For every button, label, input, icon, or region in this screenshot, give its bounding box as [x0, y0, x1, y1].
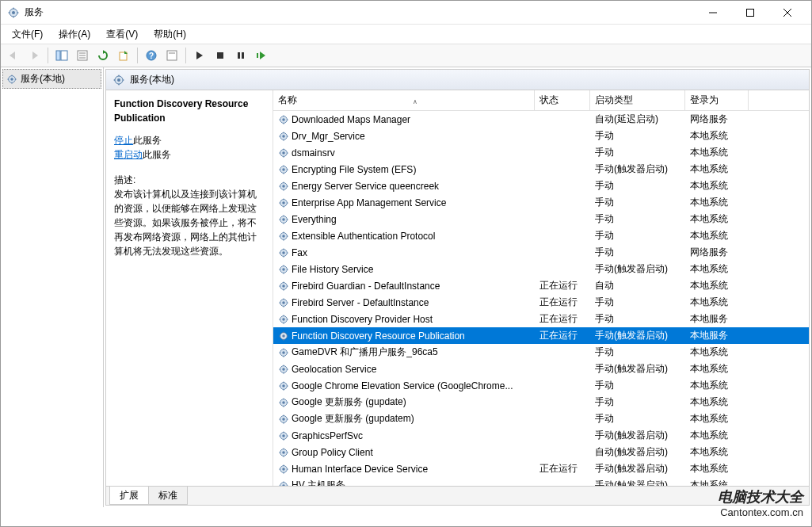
service-status — [535, 451, 590, 454]
service-startup: 手动 — [590, 144, 685, 161]
table-row[interactable]: Extensible Authentication Protocol手动本地系统 — [273, 227, 809, 244]
menu-view[interactable]: 查看(V) — [100, 26, 144, 43]
service-name: Function Discovery Provider Host — [292, 314, 433, 325]
table-row[interactable]: GameDVR 和广播用户服务_96ca5手动本地系统 — [273, 344, 809, 361]
table-row[interactable]: Group Policy Client自动(触发器启动)本地系统 — [273, 444, 809, 460]
service-list[interactable]: Downloaded Maps Manager自动(延迟启动)网络服务Drv_M… — [273, 111, 809, 486]
service-logon: 本地系统 — [685, 161, 749, 178]
service-icon — [278, 397, 289, 408]
service-logon: 本地系统 — [685, 460, 749, 477]
stop-button[interactable] — [211, 46, 230, 65]
service-icon — [278, 281, 289, 292]
toolbar: ? — [1, 44, 811, 67]
table-row[interactable]: Human Interface Device Service正在运行手动(触发器… — [273, 460, 809, 477]
app-icon — [7, 6, 20, 19]
service-logon: 本地系统 — [685, 227, 749, 244]
help-button[interactable]: ? — [142, 46, 161, 65]
restart-link[interactable]: 重启动 — [114, 149, 143, 160]
table-row[interactable]: Energy Server Service queencreek手动本地系统 — [273, 178, 809, 194]
export-button[interactable] — [114, 46, 133, 65]
service-name: Drv_Mgr_Service — [292, 131, 365, 142]
col-name[interactable]: 名称∧ — [273, 90, 535, 110]
tab-extended[interactable]: 扩展 — [109, 487, 149, 505]
service-status — [535, 118, 590, 121]
service-logon: 本地系统 — [685, 144, 749, 161]
service-name: dsmainsrv — [292, 147, 335, 158]
restart-button[interactable] — [252, 46, 271, 65]
table-row[interactable]: Geolocation Service手动(触发器启动)本地系统 — [273, 361, 809, 377]
table-row[interactable]: Drv_Mgr_Service手动本地系统 — [273, 128, 809, 144]
maximize-button[interactable] — [732, 2, 768, 24]
back-button[interactable] — [4, 46, 23, 65]
table-row[interactable]: Function Discovery Provider Host正在运行手动本地… — [273, 311, 809, 327]
svg-rect-17 — [217, 52, 223, 59]
service-logon: 本地系统 — [685, 277, 749, 294]
table-row[interactable]: File History Service手动(触发器启动)本地系统 — [273, 261, 809, 277]
service-status — [535, 368, 590, 371]
table-row[interactable]: HV 主机服务手动(触发器启动)本地系统 — [273, 477, 809, 486]
service-icon — [278, 164, 289, 175]
service-startup: 自动 — [590, 277, 685, 294]
window-title: 服务 — [25, 6, 695, 19]
service-startup: 自动(触发器启动) — [590, 444, 685, 460]
service-logon: 本地系统 — [685, 128, 749, 144]
table-row[interactable]: Enterprise App Management Service手动本地系统 — [273, 194, 809, 211]
tree-item-services-local[interactable]: 服务(本地) — [2, 69, 101, 89]
stop-link[interactable]: 停止 — [114, 135, 133, 146]
forward-button[interactable] — [25, 46, 44, 65]
table-row[interactable]: Everything手动本地系统 — [273, 211, 809, 227]
table-row[interactable]: GraphicsPerfSvc手动(触发器启动)本地系统 — [273, 427, 809, 444]
col-status[interactable]: 状态 — [535, 90, 590, 110]
service-startup: 手动(触发器启动) — [590, 261, 685, 277]
minimize-button[interactable] — [695, 2, 730, 24]
menu-help[interactable]: 帮助(H) — [147, 26, 193, 43]
service-logon: 本地系统 — [685, 294, 749, 311]
service-icon — [278, 264, 289, 275]
service-status: 正在运行 — [535, 327, 590, 344]
service-name: Firebird Guardian - DefaultInstance — [292, 281, 440, 292]
service-status — [535, 185, 590, 188]
service-logon: 本地系统 — [685, 194, 749, 211]
properties2-button[interactable] — [162, 46, 181, 65]
table-row[interactable]: Firebird Guardian - DefaultInstance正在运行自… — [273, 277, 809, 294]
col-logon[interactable]: 登录为 — [685, 90, 749, 110]
service-icon — [278, 314, 289, 325]
table-row[interactable]: Google Chrome Elevation Service (GoogleC… — [273, 377, 809, 394]
service-status — [535, 151, 590, 155]
table-row[interactable]: Function Discovery Resource Publication正… — [273, 327, 809, 344]
table-row[interactable]: Google 更新服务 (gupdatem)手动本地系统 — [273, 411, 809, 427]
pause-button[interactable] — [231, 46, 250, 65]
service-startup: 手动(触发器启动) — [590, 361, 685, 377]
detail-pane: Function Discovery Resource Publication … — [106, 90, 273, 486]
service-startup: 手动 — [590, 244, 685, 261]
service-status — [535, 434, 590, 437]
service-startup: 手动(触发器启动) — [590, 161, 685, 178]
service-status — [535, 235, 590, 238]
service-icon — [278, 430, 289, 441]
table-row[interactable]: dsmainsrv手动本地系统 — [273, 144, 809, 161]
content-header: 服务(本地) — [106, 70, 809, 90]
service-logon: 本地系统 — [685, 444, 749, 460]
description-label: 描述: — [114, 173, 265, 187]
menu-file[interactable]: 文件(F) — [6, 26, 49, 43]
show-hide-tree-button[interactable] — [52, 46, 71, 65]
svg-rect-20 — [257, 53, 258, 58]
service-name: Downloaded Maps Manager — [292, 114, 410, 125]
table-row[interactable]: Encrypting File System (EFS)手动(触发器启动)本地系… — [273, 161, 809, 178]
properties-button[interactable] — [73, 46, 92, 65]
menu-action[interactable]: 操作(A) — [52, 26, 97, 43]
service-logon: 本地系统 — [685, 361, 749, 377]
table-row[interactable]: Firebird Server - DefaultInstance正在运行手动本… — [273, 294, 809, 311]
start-button[interactable] — [190, 46, 209, 65]
refresh-button[interactable] — [93, 46, 112, 65]
svg-rect-7 — [61, 51, 67, 60]
service-status: 正在运行 — [535, 460, 590, 477]
service-startup: 手动 — [590, 294, 685, 311]
table-row[interactable]: Fax手动网络服务 — [273, 244, 809, 261]
table-row[interactable]: Downloaded Maps Manager自动(延迟启动)网络服务 — [273, 111, 809, 128]
table-row[interactable]: Google 更新服务 (gupdate)手动本地系统 — [273, 394, 809, 411]
col-startup[interactable]: 启动类型 — [590, 90, 685, 110]
view-tabs: 扩展 标准 — [106, 486, 809, 505]
tab-standard[interactable]: 标准 — [148, 487, 188, 505]
close-button[interactable] — [769, 2, 805, 24]
